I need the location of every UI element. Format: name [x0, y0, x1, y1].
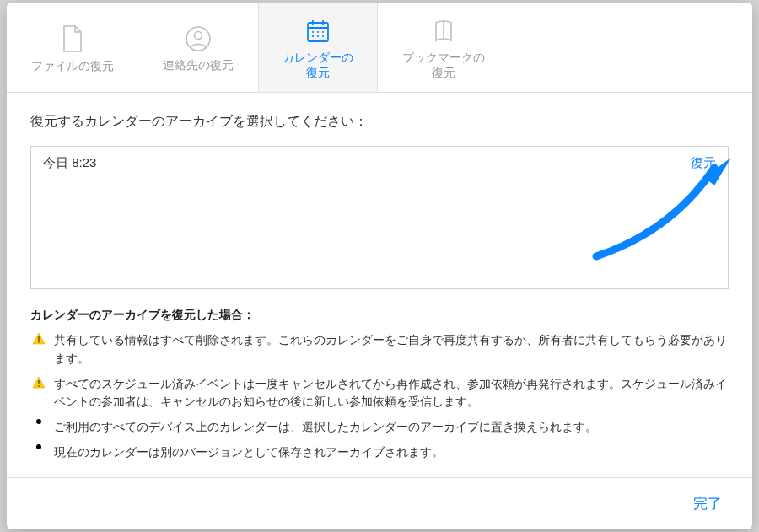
- archive-row[interactable]: 今日 8:23 復元: [31, 147, 728, 180]
- warning-icon: [30, 376, 47, 390]
- file-icon: [61, 24, 84, 53]
- tab-restore-calendars[interactable]: カレンダーの復元: [258, 3, 378, 92]
- restore-button[interactable]: 復元: [691, 155, 716, 171]
- svg-point-8: [322, 31, 324, 33]
- dialog-footer: 完了: [7, 477, 752, 529]
- tab-label: 連絡先の復元: [163, 57, 234, 73]
- tab-label: ファイルの復元: [31, 58, 114, 73]
- restore-dialog: ファイルの復元 連絡先の復元: [7, 3, 752, 529]
- info-list-item: ご利用のすべてのデバイス上のカレンダーは、選択したカレンダーのアーカイブに置き換…: [30, 416, 729, 442]
- svg-rect-17: [38, 380, 40, 384]
- info-item-text: ご利用のすべてのデバイス上のカレンダーは、選択したカレンダーのアーカイブに置き換…: [54, 418, 597, 437]
- tab-restore-contacts[interactable]: 連絡先の復元: [138, 3, 258, 92]
- info-heading: カレンダーのアーカイブを復元した場合：: [30, 308, 729, 323]
- bookmark-icon: [430, 18, 457, 45]
- info-list: 共有している情報はすべて削除されます。これらのカレンダーをご自身で再度共有するか…: [30, 330, 729, 466]
- info-item-text: すべてのスケジュール済みイベントは一度キャンセルされてから再作成され、参加依頼が…: [54, 375, 729, 411]
- info-item-text: 共有している情報はすべて削除されます。これらのカレンダーをご自身で再度共有するか…: [54, 331, 729, 368]
- svg-point-10: [317, 35, 319, 37]
- tab-bar: ファイルの復元 連絡先の復元: [7, 3, 752, 93]
- archive-list: 今日 8:23 復元: [30, 146, 729, 289]
- done-button[interactable]: 完了: [686, 491, 729, 517]
- tab-label: ブックマークの復元: [402, 50, 485, 80]
- svg-point-11: [322, 35, 324, 37]
- archive-time: 今日 8:23: [43, 155, 96, 171]
- tab-restore-files[interactable]: ファイルの復元: [7, 3, 138, 92]
- svg-rect-16: [38, 341, 40, 343]
- svg-point-1: [195, 32, 202, 40]
- svg-rect-15: [38, 336, 40, 341]
- warning-icon: [30, 332, 47, 346]
- bullet-icon: [30, 444, 47, 449]
- info-list-item: すべてのスケジュール済みイベントは一度キャンセルされてから再作成され、参加依頼が…: [30, 373, 729, 416]
- bullet-icon: [30, 419, 47, 424]
- contact-icon: [185, 25, 212, 52]
- tab-label: カレンダーの復元: [283, 50, 353, 80]
- svg-point-6: [312, 31, 314, 33]
- svg-rect-18: [38, 385, 40, 387]
- instruction-text: 復元するカレンダーのアーカイブを選択してください：: [30, 113, 729, 131]
- info-list-item: 共有している情報はすべて削除されます。これらのカレンダーをご自身で再度共有するか…: [30, 330, 729, 373]
- calendar-icon: [304, 18, 331, 45]
- info-item-text: 現在のカレンダーは別のバージョンとして保存されアーカイブされます。: [54, 443, 444, 462]
- tab-restore-bookmarks[interactable]: ブックマークの復元: [378, 3, 509, 92]
- svg-point-9: [312, 35, 314, 37]
- info-list-item: 現在のカレンダーは別のバージョンとして保存されアーカイブされます。: [30, 442, 729, 467]
- dialog-content: 復元するカレンダーのアーカイブを選択してください： 今日 8:23 復元 カレン…: [7, 93, 752, 477]
- svg-point-7: [317, 31, 319, 33]
